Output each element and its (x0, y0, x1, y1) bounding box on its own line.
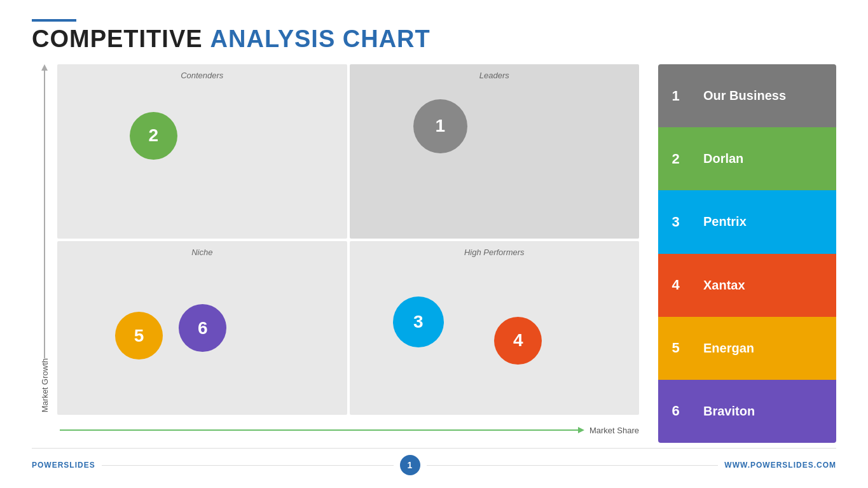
bubble-6-label: 6 (198, 318, 208, 338)
legend-name-4: Xantax (693, 278, 836, 293)
bubble-4-label: 4 (513, 330, 523, 351)
footer-slides: SLIDES (64, 461, 95, 470)
niche-bubbles: 5 6 (57, 257, 347, 415)
footer-power: POWER (32, 461, 64, 470)
footer-line-left (102, 465, 394, 466)
bubble-2-label: 2 (149, 125, 159, 146)
footer-website: WWW.POWERSLIDES.COM (724, 461, 836, 470)
legend-name-1: Our Business (693, 88, 836, 103)
x-axis-line (60, 429, 578, 431)
bubble-3: 3 (393, 296, 444, 347)
y-axis-label: Market Growth (40, 358, 50, 412)
quadrant-high-performers: High Performers 3 4 (350, 241, 640, 415)
legend-name-2: Dorlan (693, 151, 836, 166)
legend-number-5: 5 (658, 317, 693, 380)
bubble-5: 5 (115, 312, 163, 359)
quadrant-niche: Niche 5 6 (57, 241, 347, 415)
x-axis-arrow (578, 427, 584, 433)
chart-area: Market Growth Contenders (32, 64, 639, 443)
title-black: COMPETITIVE (32, 25, 203, 53)
quadrant-row-bottom: Niche 5 6 (57, 241, 639, 415)
title-blue: ANALYSIS CHART (210, 25, 431, 53)
legend-name-6: Braviton (693, 404, 836, 419)
legend: 1Our Business2Dorlan3Pentrix4Xantax5Ener… (658, 64, 836, 443)
legend-item-5: 5Energan (658, 317, 836, 380)
footer-brand: POWERSLIDES (32, 461, 95, 470)
bubble-1-label: 1 (435, 116, 445, 136)
bubble-5-label: 5 (134, 326, 144, 346)
quadrant-leaders: Leaders 1 (350, 64, 640, 239)
chart-rows: Contenders 2 Leaders (57, 64, 639, 415)
bubble-3-label: 3 (413, 312, 424, 332)
footer-page-number: 1 (400, 455, 420, 475)
legend-number-6: 6 (658, 380, 693, 443)
leaders-label: Leaders (350, 64, 640, 80)
quadrant-contenders: Contenders 2 (57, 64, 347, 239)
legend-item-6: 6Braviton (658, 380, 836, 443)
bubble-1: 1 (413, 99, 467, 153)
legend-name-5: Energan (693, 341, 836, 356)
y-axis-line (44, 69, 45, 358)
legend-item-1: 1Our Business (658, 64, 836, 127)
x-axis-label: Market Share (589, 426, 639, 435)
niche-label: Niche (57, 241, 347, 257)
legend-item-4: 4Xantax (658, 254, 836, 317)
legend-name-3: Pentrix (693, 214, 836, 229)
quadrant-row-top: Contenders 2 Leaders (57, 64, 639, 239)
y-axis-container: Market Growth (32, 64, 57, 443)
legend-number-1: 1 (658, 64, 693, 127)
chart-grid: Contenders 2 Leaders (57, 64, 639, 443)
leaders-bubbles: 1 (350, 80, 640, 239)
x-axis-container: Market Share (57, 417, 639, 443)
high-performers-bubbles: 3 4 (350, 257, 640, 415)
contenders-bubbles: 2 (57, 80, 347, 239)
footer: POWERSLIDES 1 WWW.POWERSLIDES.COM (32, 448, 836, 475)
legend-number-4: 4 (658, 254, 693, 317)
bubble-6: 6 (179, 304, 226, 352)
contenders-label: Contenders (57, 64, 347, 80)
footer-line-right (427, 465, 719, 466)
legend-item-3: 3Pentrix (658, 190, 836, 253)
legend-number-2: 2 (658, 127, 693, 190)
bubble-2: 2 (130, 112, 177, 160)
legend-number-3: 3 (658, 190, 693, 253)
legend-item-2: 2Dorlan (658, 127, 836, 190)
main-content: Market Growth Contenders (32, 64, 836, 443)
header-accent (32, 19, 76, 22)
page-container: COMPETITIVE ANALYSIS CHART Market Growth (0, 0, 868, 488)
bubble-4: 4 (494, 317, 542, 365)
high-performers-label: High Performers (350, 241, 640, 257)
chart-with-axes: Market Growth Contenders (32, 64, 639, 443)
title-row: COMPETITIVE ANALYSIS CHART (32, 25, 836, 53)
